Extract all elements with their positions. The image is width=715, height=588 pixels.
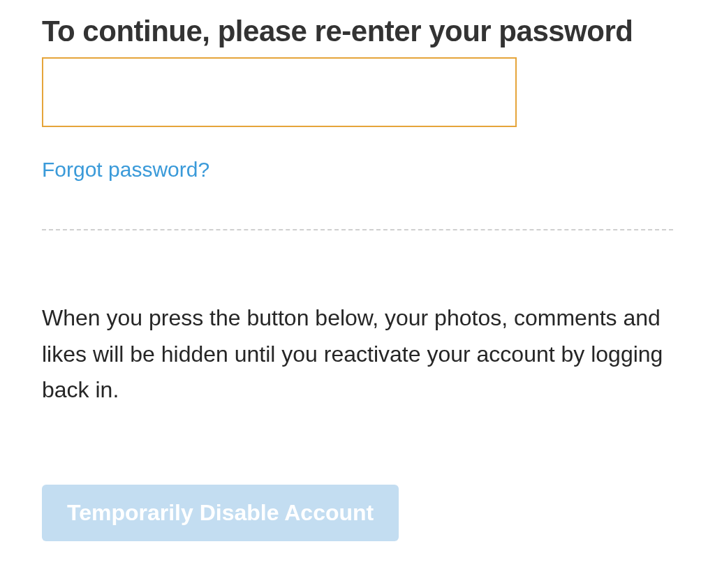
forgot-password-link[interactable]: Forgot password? (42, 158, 209, 182)
password-input[interactable] (42, 57, 517, 127)
section-divider (42, 229, 673, 230)
password-heading: To continue, please re-enter your passwo… (42, 14, 673, 49)
temporarily-disable-button[interactable]: Temporarily Disable Account (42, 485, 399, 541)
disable-info-text: When you press the button below, your ph… (42, 300, 673, 408)
